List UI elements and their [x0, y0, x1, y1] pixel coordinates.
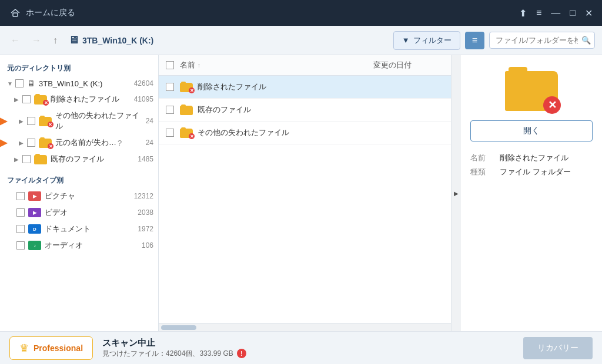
sidebar-item-doc[interactable]: D ドキュメント 1972 — [0, 221, 158, 237]
name-value: 削除されたファイル — [500, 153, 568, 163]
sidebar-item-other-lost[interactable]: ▶ ▶ ✕ その他の失われたファイル 24 — [0, 107, 158, 134]
right-arrow-icon[interactable]: ▶ — [454, 190, 459, 197]
svg-rect-0 — [13, 13, 18, 16]
filter-label: フィルター — [413, 35, 452, 46]
video-count: 2038 — [138, 208, 153, 217]
root-count: 42604 — [134, 79, 153, 87]
header-checkbox[interactable] — [166, 61, 174, 69]
sidebar-item-unnamed[interactable]: ▶ ▶ ✕ 元の名前が失わ… ? 24 — [0, 134, 158, 151]
checkbox-unnamed[interactable] — [27, 139, 35, 147]
expand-arrow: ▼ — [7, 80, 13, 87]
orange-arrow2-icon: ▶ — [0, 136, 7, 149]
sort-icon[interactable]: ↑ — [198, 62, 200, 69]
file-row[interactable]: ✕ 削除されたファイル — [159, 76, 451, 99]
audio-count: 106 — [142, 241, 153, 250]
sidebar-item-audio[interactable]: ♪ オーディオ 106 — [0, 237, 158, 254]
row-checkbox-1[interactable] — [166, 106, 174, 114]
info-row-type: 種類 ファイル フォルダー — [470, 165, 593, 179]
search-icon[interactable]: 🔍 — [581, 36, 591, 45]
aud-icon: ♪ — [28, 241, 41, 250]
root-label: 3TB_Win10_K (K:) — [39, 79, 102, 88]
pic-count: 12312 — [134, 192, 153, 200]
existing-label: 既存のファイル — [51, 154, 104, 164]
preview-panel: ✕ 開く 名前 削除されたファイル 種類 ファイル フォルダー — [461, 55, 602, 331]
drive-icon-small: 🖥 — [27, 79, 35, 88]
filter-button[interactable]: ▼ フィルター — [393, 31, 460, 50]
scan-title: スキャン中止 — [102, 338, 514, 349]
doc-count: 1972 — [138, 225, 153, 233]
vid-icon: ▶ — [28, 208, 41, 217]
preview-badge: ✕ — [543, 96, 561, 114]
home-icon — [9, 7, 21, 19]
sidebar-item-video[interactable]: ▶ ビデオ 2038 — [0, 204, 158, 221]
other-lost-count: 24 — [146, 117, 153, 125]
col-name-header: 名前 ↑ — [180, 60, 373, 70]
nav-bar: ← → ↑ 🖥 3TB_Win10_K (K:) ▼ フィルター ≡ 🔍 — [0, 26, 602, 55]
sidebar-item-deleted[interactable]: ▶ ✕ 削除されたファイル 41095 — [0, 91, 158, 107]
close-icon[interactable]: ✕ — [585, 8, 593, 19]
pic-icon: ▶ — [28, 191, 41, 201]
row-folder-deleted: ✕ — [180, 82, 193, 92]
scan-detail: 見つけたファイル：42604個、333.99 GB ! — [102, 349, 514, 359]
checkbox-pic[interactable] — [16, 192, 25, 200]
forward-button[interactable]: → — [28, 33, 45, 48]
checkbox-other[interactable] — [27, 117, 35, 125]
checkbox-doc[interactable] — [16, 225, 25, 233]
open-button[interactable]: 開く — [470, 120, 593, 141]
back-button[interactable]: ← — [7, 33, 24, 48]
expand-arrow-other: ▶ — [19, 118, 25, 124]
home-label[interactable]: ホームに戻る — [26, 8, 75, 18]
maximize-icon[interactable]: □ — [570, 8, 576, 18]
recovery-button[interactable]: リカバリー — [523, 337, 593, 359]
info-row-name: 名前 削除されたファイル — [470, 151, 593, 165]
deleted-count: 41095 — [134, 95, 153, 103]
section1-title: 元のディレクトリ別 — [0, 60, 158, 76]
file-list-body: ✕ 削除されたファイル 既存のファイル ✕ — [159, 76, 451, 323]
expand-arrow-unnamed: ▶ — [19, 140, 25, 146]
row-folder-existing — [180, 105, 193, 115]
folder-deleted-icon: ✕ — [34, 94, 47, 105]
menu-button[interactable]: ≡ — [465, 32, 484, 49]
checkbox-deleted[interactable] — [22, 95, 31, 103]
row-checkbox-2[interactable] — [166, 129, 174, 137]
minimize-icon[interactable]: — — [551, 8, 560, 18]
checkbox-existing[interactable] — [22, 155, 31, 163]
status-info: スキャン中止 見つけたファイル：42604個、333.99 GB ! — [93, 338, 523, 359]
question-icon: ? — [118, 139, 122, 147]
folder-unnamed-badge: ✕ — [48, 143, 53, 149]
warn-icon: ! — [237, 349, 246, 358]
folder-existing-icon — [34, 154, 47, 164]
file-list-area: 名前 ↑ 変更の日付 ✕ 削除されたファイル — [159, 55, 452, 331]
pro-button[interactable]: ♛ Professional — [9, 336, 93, 360]
folder-badge: ✕ — [43, 100, 49, 106]
scroll-thumb[interactable] — [161, 325, 196, 330]
filter-icon: ▼ — [402, 36, 410, 45]
checkbox-video[interactable] — [16, 208, 25, 217]
scan-detail-text: 見つけたファイル：42604個、333.99 GB — [102, 349, 233, 359]
preview-folder-icon: ✕ — [505, 67, 558, 111]
sidebar-item-pic[interactable]: ▶ ピクチャ 12312 — [0, 188, 158, 204]
type-label: 種類 — [470, 167, 500, 177]
checkbox-audio[interactable] — [16, 241, 25, 250]
file-row[interactable]: ✕ その他の失われたファイル — [159, 122, 451, 144]
sidebar-item-root[interactable]: ▼ 🖥 3TB_Win10_K (K:) 42604 — [0, 76, 158, 91]
crown-icon: ♛ — [19, 342, 29, 355]
folder-other-icon: ✕ — [39, 116, 52, 126]
sidebar-item-existing[interactable]: ▶ 既存のファイル 1485 — [0, 151, 158, 167]
horizontal-scrollbar[interactable] — [159, 323, 451, 331]
video-label: ビデオ — [45, 207, 68, 218]
date-col-label: 変更の日付 — [373, 60, 412, 69]
section2-title: ファイルタイプ別 — [0, 172, 158, 188]
share-icon[interactable]: ⬆ — [519, 8, 527, 19]
checkbox-root[interactable] — [15, 79, 24, 87]
title-bar-left: ホームに戻る — [9, 7, 519, 19]
row-checkbox-0[interactable] — [166, 83, 174, 91]
deleted-label: 削除されたファイル — [51, 94, 119, 105]
up-button[interactable]: ↑ — [49, 33, 61, 48]
file-row[interactable]: 既存のファイル — [159, 99, 451, 122]
search-input[interactable] — [496, 36, 578, 45]
menu-icon[interactable]: ≡ — [536, 8, 541, 18]
doc-icon: D — [28, 224, 41, 234]
scroll-arrow-panel[interactable]: ▶ — [452, 55, 461, 331]
search-box: 🔍 — [489, 32, 595, 49]
